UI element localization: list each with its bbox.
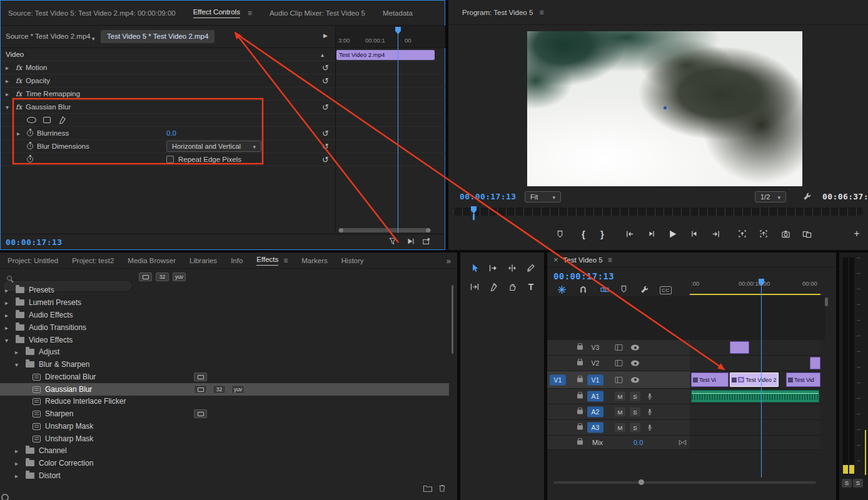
effect-controls-timecode[interactable]: 00:00:17:13 — [6, 238, 63, 247]
play-button[interactable] — [664, 226, 680, 241]
add-marker-button[interactable] — [552, 226, 568, 241]
timeline-clip-selected[interactable]: fx Test Video 2 — [730, 372, 779, 387]
close-icon[interactable] — [553, 255, 558, 264]
zoom-handle-left[interactable] — [339, 228, 343, 232]
pen-tool[interactable] — [485, 279, 502, 295]
sync-lock-icon[interactable] — [615, 376, 623, 383]
voiceover-mic-icon[interactable] — [646, 424, 654, 432]
selection-tool[interactable] — [467, 260, 483, 276]
timeline-clip[interactable]: Test Vi — [691, 372, 729, 387]
chevron-right-icon[interactable] — [5, 299, 11, 306]
effect-row-opacity[interactable]: fx Opacity — [1, 74, 446, 88]
32bit-effects-badge[interactable]: 32 — [156, 272, 169, 281]
lock-icon[interactable] — [577, 410, 583, 414]
panel-overflow-icon[interactable] — [447, 256, 451, 266]
mini-timeline-scrollbar[interactable] — [338, 228, 431, 232]
fx-icon[interactable]: fx — [16, 77, 22, 85]
reset-effect-icon[interactable] — [322, 76, 329, 86]
export-frame-button[interactable] — [777, 226, 794, 241]
tree-item-directional-blur[interactable]: Directional Blur — [0, 371, 449, 383]
lock-icon[interactable] — [577, 378, 583, 382]
snap-magnet-icon[interactable] — [578, 285, 588, 294]
track-target-v2[interactable]: V2 — [587, 358, 603, 369]
tab-libraries[interactable]: Libraries — [189, 257, 217, 264]
track-target-a3[interactable]: A3 — [587, 422, 603, 433]
mark-in-button[interactable]: { — [575, 226, 592, 241]
tab-audio-clip-mixer[interactable]: Audio Clip Mixer: Test Video 5 — [270, 9, 365, 17]
chevron-right-icon[interactable] — [15, 448, 21, 454]
add-marker-icon[interactable] — [620, 285, 628, 293]
tree-item-blur-sharpen[interactable]: Blur & Sharpen — [0, 358, 449, 371]
voiceover-mic-icon[interactable] — [646, 408, 654, 416]
tree-item-unsharp-mask[interactable]: Unsharp Mask — [0, 420, 449, 432]
tree-item-reduce-interlace-flicker[interactable]: Reduce Interlace Flicker — [0, 395, 449, 408]
stopwatch-icon[interactable] — [27, 156, 33, 162]
tab-program-monitor[interactable]: Program: Test Video 5 — [462, 9, 533, 16]
tree-item-distort[interactable]: Distort — [0, 469, 449, 482]
mini-timeline-ruler[interactable]: 3:00 00:00:1 00 — [335, 26, 445, 48]
export-frame-icon[interactable] — [422, 237, 431, 246]
accelerated-effects-badge[interactable] — [139, 272, 152, 281]
mute-button[interactable]: M — [615, 408, 625, 417]
solo-button[interactable]: S — [630, 408, 640, 417]
tree-item-video-effects[interactable]: Video Effects — [0, 334, 449, 346]
reset-param-icon[interactable] — [322, 155, 329, 164]
stopwatch-icon[interactable] — [27, 130, 33, 136]
chevron-down-icon[interactable] — [5, 337, 11, 344]
yuv-effects-badge[interactable]: yuv — [173, 272, 186, 281]
track-output-eye-icon[interactable] — [631, 345, 639, 351]
track-lane-v2[interactable] — [690, 356, 820, 371]
tree-item-channel[interactable]: Channel — [0, 444, 449, 457]
track-target-v1[interactable]: V1 — [587, 374, 603, 385]
resolution-dropdown[interactable]: 1/2 — [755, 191, 786, 202]
reset-effect-icon[interactable] — [322, 63, 329, 72]
mini-timeline-clip[interactable]: Test Video 2.mp4 — [336, 50, 435, 60]
program-timecode[interactable]: 00:00:17:13 — [460, 192, 517, 201]
new-bin-icon[interactable] — [423, 484, 433, 492]
chevron-right-icon[interactable] — [17, 130, 23, 137]
delete-icon[interactable] — [438, 484, 447, 492]
chevron-down-icon[interactable] — [6, 104, 12, 111]
tab-project-test2[interactable]: Project: test2 — [72, 257, 114, 264]
effect-row-motion[interactable]: fx Motion — [1, 61, 446, 74]
solo-right-button[interactable]: S — [853, 479, 863, 488]
go-to-out-button[interactable] — [707, 226, 724, 241]
tab-info[interactable]: Info — [231, 257, 243, 264]
chevron-right-icon[interactable] — [15, 460, 21, 467]
timeline-settings-wrench-icon[interactable] — [640, 285, 649, 294]
settings-wrench-icon[interactable] — [802, 192, 812, 201]
track-lane-a1[interactable] — [690, 389, 820, 404]
tab-markers[interactable]: Markers — [301, 257, 328, 264]
panel-menu-icon[interactable] — [283, 256, 288, 265]
track-lane-a2[interactable] — [690, 404, 820, 420]
nest-toggle-icon[interactable] — [557, 285, 567, 294]
solo-button[interactable]: S — [630, 392, 640, 401]
solo-left-button[interactable]: S — [842, 479, 852, 488]
track-output-eye-icon[interactable] — [631, 361, 639, 366]
go-to-in-button[interactable] — [622, 226, 638, 241]
blur-dimensions-dropdown[interactable]: Horizontal and Vertical — [166, 141, 261, 152]
reset-param-icon[interactable] — [322, 129, 329, 138]
effects-filter-icon[interactable] — [388, 237, 397, 246]
track-lane-mix[interactable] — [690, 436, 820, 450]
fx-icon[interactable]: fx — [16, 90, 22, 98]
panel-menu-icon[interactable] — [539, 8, 543, 17]
tab-history[interactable]: History — [341, 257, 364, 264]
play-clip-icon[interactable] — [406, 237, 415, 246]
tab-project-untitled[interactable]: Project: Untitled — [8, 257, 58, 264]
tab-source-monitor[interactable]: Source: Test Video 5: Test Video 2.mp4: … — [8, 9, 176, 17]
reset-param-icon[interactable] — [322, 142, 329, 151]
chevron-right-icon[interactable] — [6, 78, 12, 84]
mark-out-button[interactable]: } — [594, 226, 610, 241]
chevron-right-icon[interactable] — [6, 91, 12, 98]
lock-icon[interactable] — [577, 394, 583, 399]
tab-effect-controls[interactable]: Effect Controls — [193, 8, 240, 18]
panel-menu-icon[interactable] — [608, 256, 612, 264]
tab-sequence[interactable]: Test Video 5 — [563, 256, 603, 264]
extract-button[interactable] — [755, 226, 772, 241]
tree-item-sharpen[interactable]: Sharpen — [0, 408, 449, 420]
timeline-clip[interactable]: Test Vid — [786, 372, 820, 387]
lock-icon[interactable] — [577, 426, 583, 430]
step-back-button[interactable] — [643, 226, 660, 241]
tree-item-unsharp-mask-2[interactable]: Unsharp Mask — [0, 432, 449, 445]
